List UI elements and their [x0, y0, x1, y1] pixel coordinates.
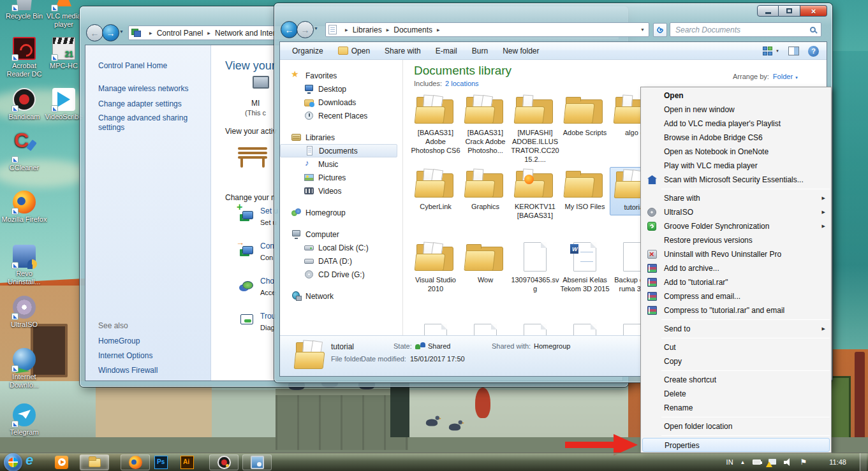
context-menu-item[interactable]: Groove Folder Synchronization [641, 219, 831, 233]
control-panel-sidebar-link[interactable]: Change advanced sharing settings [98, 113, 205, 133]
file-item[interactable]: KEROKTV11 [BAGAS31] [510, 167, 560, 220]
sidebar-item[interactable]: CD Drive (G:) [280, 268, 402, 281]
context-menu-item[interactable]: Uninstall with Revo Uninstaller Pro [641, 247, 831, 261]
battery-icon[interactable] [753, 460, 761, 465]
context-menu-item[interactable]: Scan with Microsoft Security Essentials.… [641, 173, 831, 187]
context-menu-item[interactable]: Play with VLC media player [641, 159, 831, 173]
file-item[interactable] [510, 322, 560, 335]
taskbar-app-button[interactable] [54, 454, 70, 470]
close-button[interactable]: × [800, 5, 827, 17]
views-button[interactable]: ▼ [763, 47, 779, 55]
context-menu-item[interactable]: Compress and email... [641, 289, 831, 303]
taskbar-app-button[interactable] [121, 454, 150, 470]
desktop-shortcut[interactable]: UltraISO [0, 296, 48, 329]
sidebar-item[interactable]: Libraries [280, 131, 402, 144]
context-menu-item[interactable]: Share with [641, 191, 831, 205]
toolbar-button[interactable]: E-mail [430, 42, 466, 59]
forward-button[interactable]: → [297, 21, 314, 38]
minimize-button[interactable] [757, 5, 779, 17]
breadcrumb-control-panel[interactable]: Control Panel [157, 29, 203, 38]
context-menu-item[interactable]: Add to "tutorial.rar" [641, 275, 831, 289]
toolbar-button[interactable]: Organize [286, 42, 332, 59]
desktop-shortcut[interactable]: Revo Uninstall... [0, 245, 48, 286]
toolbar-button[interactable]: New folder [497, 42, 548, 59]
maximize-button[interactable] [779, 5, 800, 17]
control-panel-sidebar-link[interactable]: Internet Options [98, 351, 205, 361]
context-menu-item[interactable]: Open as Notebook in OneNote [641, 145, 831, 159]
sidebar-item[interactable]: Downloads [280, 96, 402, 109]
taskbar-app-button[interactable] [80, 454, 109, 470]
taskbar-app-button[interactable] [179, 454, 195, 470]
context-menu-item[interactable]: Cut [641, 340, 831, 354]
sidebar-item[interactable]: Videos [280, 184, 402, 198]
hidden-icons-button[interactable]: ▲ [740, 460, 746, 465]
action-center-flag-icon[interactable]: ⚑ [800, 458, 807, 467]
forward-button[interactable]: → [102, 24, 119, 41]
toolbar-button[interactable]: Open [332, 42, 379, 59]
taskbar-app-button[interactable] [242, 454, 272, 470]
back-button[interactable]: ← [86, 24, 103, 41]
file-item[interactable]: Wow [460, 240, 510, 284]
nav-history-dropdown-icon[interactable]: ▼ [314, 26, 318, 31]
file-item[interactable]: Adobe Scripts [560, 93, 610, 137]
volume-icon[interactable] [784, 458, 793, 466]
sidebar-item[interactable]: Pictures [280, 171, 402, 184]
context-menu-item[interactable]: Copy [641, 354, 831, 368]
address-bar[interactable]: ▶ Libraries ▶ Documents ▶ ▼ [325, 22, 649, 37]
control-panel-sidebar-link[interactable]: Change adapter settings [98, 99, 205, 109]
search-box[interactable]: Search Documents [670, 22, 821, 37]
control-panel-sidebar-link[interactable]: See also [98, 321, 205, 331]
file-item[interactable]: CyberLink [411, 167, 460, 211]
file-item[interactable] [460, 322, 510, 335]
sidebar-item[interactable]: Network [280, 289, 402, 303]
file-item[interactable]: My ISO Files [560, 167, 610, 211]
file-item[interactable]: Absensi Kelas Tekom 3D 2015 [560, 240, 610, 293]
clock[interactable]: 11:48 [829, 458, 846, 466]
taskbar-app-button[interactable] [153, 454, 169, 470]
context-menu-item[interactable]: Open folder location [641, 419, 831, 433]
control-panel-sidebar-link[interactable]: HomeGroup [98, 337, 205, 346]
desktop-shortcut[interactable]: Internet Downlo... [0, 348, 48, 389]
control-panel-sidebar-link[interactable]: Manage wireless networks [98, 84, 205, 94]
preview-pane-icon[interactable] [788, 47, 799, 55]
sidebar-item[interactable]: Favorites [280, 69, 402, 82]
search-icon[interactable] [810, 27, 816, 33]
file-item[interactable]: Graphics [460, 167, 510, 211]
cp-task-title[interactable]: Con [260, 242, 274, 250]
toolbar-button[interactable]: Share with [379, 42, 430, 59]
context-menu-item[interactable]: Create shortcut [641, 373, 831, 387]
file-item[interactable]: 1309704365.svg [510, 240, 560, 293]
context-menu-item[interactable]: Add to archive... [641, 261, 831, 275]
language-indicator[interactable]: IN [726, 458, 733, 466]
context-menu-item[interactable]: Restore previous versions [641, 233, 831, 247]
context-menu-item[interactable]: Rename [641, 401, 831, 415]
file-item[interactable] [560, 322, 610, 335]
taskbar-app-button[interactable] [209, 454, 239, 470]
cp-task-title[interactable]: Cho [260, 277, 274, 286]
breadcrumb-libraries[interactable]: Libraries [353, 25, 382, 34]
address-dropdown-icon[interactable]: ▼ [640, 27, 646, 32]
network-warning-icon[interactable] [768, 459, 777, 466]
cp-task-title[interactable]: Trou [260, 312, 276, 321]
context-menu-item[interactable]: Compress to "tutorial.rar" and email [641, 303, 831, 317]
breadcrumb-documents[interactable]: Documents [394, 25, 432, 34]
file-item[interactable]: [BAGAS31] Adobe Photoshop CS6 [411, 93, 460, 155]
nav-history-dropdown-icon[interactable]: ▼ [119, 29, 124, 34]
context-menu-item[interactable]: UltraISO [641, 205, 831, 219]
refresh-button[interactable] [653, 23, 667, 37]
breadcrumb-network-internet[interactable]: Network and Inter [215, 29, 276, 38]
file-item[interactable]: [MUFASHI] ADOBE.ILLUSTRATOR.CC2015.2.... [510, 93, 560, 164]
context-menu-item[interactable]: Open [641, 89, 831, 103]
desktop-shortcut[interactable]: Mozilla Firefox [0, 191, 48, 224]
desktop-shortcut[interactable]: Telegram [0, 403, 48, 437]
sidebar-item[interactable]: Desktop [280, 82, 402, 96]
control-panel-sidebar-link[interactable]: Windows Firewall [98, 366, 205, 375]
context-menu-item[interactable]: Open in new window [641, 103, 831, 117]
start-button[interactable] [4, 453, 22, 471]
desktop-shortcut[interactable]: CCleaner [0, 139, 48, 172]
file-item[interactable]: Visual Studio 2010 [411, 240, 460, 293]
sidebar-item[interactable]: Music [280, 157, 402, 171]
file-item[interactable] [411, 322, 460, 335]
context-menu-item[interactable]: Delete [641, 387, 831, 401]
toolbar-button[interactable]: Burn [466, 42, 497, 59]
